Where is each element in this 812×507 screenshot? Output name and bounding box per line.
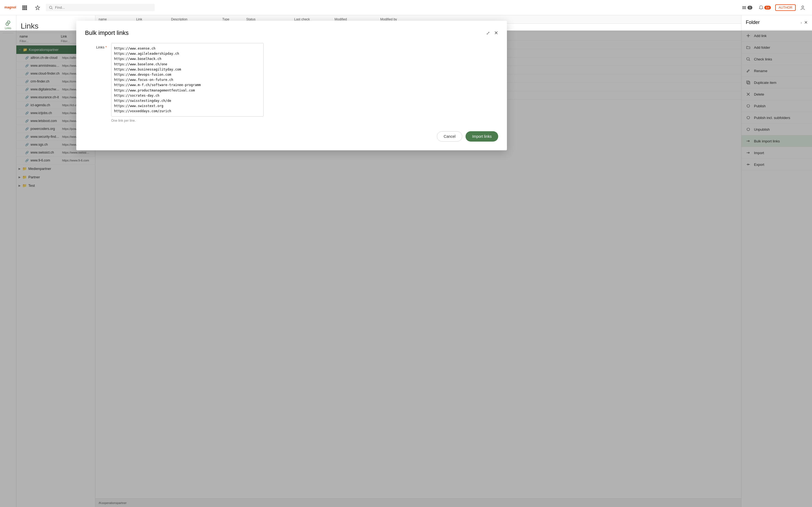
svg-rect-4 <box>22 7 24 8</box>
svg-point-11 <box>50 6 52 8</box>
search-icon <box>49 6 53 9</box>
import-links-button[interactable]: Import links <box>466 131 498 142</box>
svg-rect-2 <box>24 5 25 7</box>
tasks-button[interactable]: 0 <box>740 4 755 11</box>
right-panel-title: Folder <box>746 19 760 25</box>
close-modal-icon[interactable]: ✕ <box>494 30 498 36</box>
svg-rect-5 <box>24 7 25 8</box>
tasks-badge: 0 <box>748 6 752 9</box>
notifications-badge: 64 <box>764 6 771 9</box>
modal-actions: Cancel Import links <box>85 131 498 142</box>
top-navigation: magnolia 0 64 AUTHOR <box>0 0 812 15</box>
svg-rect-14 <box>742 7 746 8</box>
required-indicator: * <box>105 45 107 49</box>
svg-text:magnolia: magnolia <box>4 5 16 9</box>
right-panel-header: Folder › ✕ <box>742 15 812 30</box>
links-label: Links <box>5 27 11 30</box>
svg-rect-7 <box>22 9 24 10</box>
nav-right-area: 0 64 AUTHOR <box>740 3 808 12</box>
links-label-text: Links <box>96 45 104 49</box>
svg-line-12 <box>52 8 53 9</box>
svg-rect-15 <box>742 8 746 9</box>
hint-text: One link per line. <box>111 119 498 122</box>
search-bar[interactable] <box>46 4 155 11</box>
svg-rect-9 <box>25 9 27 10</box>
svg-marker-10 <box>36 5 40 10</box>
link-icon <box>5 21 10 25</box>
search-input[interactable] <box>55 5 88 9</box>
cancel-button[interactable]: Cancel <box>437 131 463 142</box>
svg-rect-8 <box>24 9 25 10</box>
svg-rect-1 <box>22 5 24 7</box>
svg-rect-13 <box>742 6 746 7</box>
user-icon[interactable] <box>798 3 808 12</box>
form-row-links: Links * https://www.esense.ch https://ww… <box>85 43 498 117</box>
notifications-button[interactable]: 64 <box>757 4 773 11</box>
modal-title-row: Bulk import links ⤢ ✕ <box>85 30 498 37</box>
links-textarea[interactable]: https://www.esense.ch https://www.agilel… <box>111 43 264 117</box>
close-icon[interactable]: ✕ <box>804 20 808 25</box>
svg-rect-3 <box>25 5 27 7</box>
star-icon[interactable] <box>33 3 43 12</box>
expand-icon[interactable]: › <box>801 20 802 25</box>
svg-rect-6 <box>25 7 27 8</box>
links-label: Links * <box>85 43 107 117</box>
expand-modal-icon[interactable]: ⤢ <box>486 31 490 36</box>
svg-point-17 <box>802 6 804 8</box>
bulk-import-modal: Bulk import links ⤢ ✕ Links * https://ww… <box>76 21 507 150</box>
logo[interactable]: magnolia <box>4 3 16 12</box>
author-button[interactable]: AUTHOR <box>775 4 796 11</box>
modal-title-text: Bulk import links <box>85 30 128 37</box>
grid-icon[interactable] <box>19 3 30 12</box>
